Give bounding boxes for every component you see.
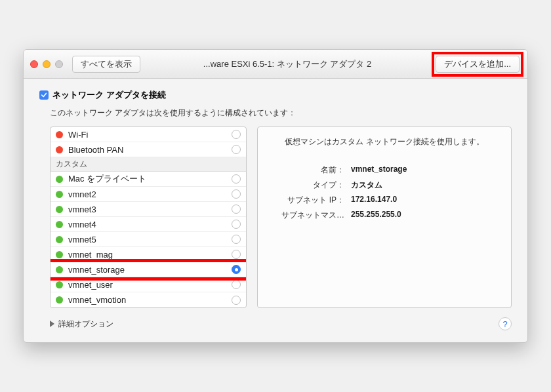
list-item-label: Wi-Fi — [68, 130, 226, 140]
network-list: Wi-Fi Bluetooth PAN カスタム Mac をプライベート vmn… — [50, 127, 247, 308]
show-all-button[interactable]: すべてを表示 — [72, 56, 140, 73]
radio-button[interactable] — [232, 280, 241, 289]
radio-button[interactable] — [232, 189, 241, 199]
status-dot-icon — [56, 251, 63, 258]
status-dot-icon — [56, 146, 63, 153]
radio-button[interactable] — [232, 174, 241, 184]
status-dot-icon — [56, 266, 63, 273]
info-value: カスタム — [351, 180, 382, 191]
titlebar: すべてを表示 ...ware ESXi 6.5-1: ネットワーク アダプタ 2… — [24, 50, 527, 79]
highlight-add-device: デバイスを追加... — [432, 52, 523, 77]
radio-button[interactable] — [232, 220, 241, 229]
info-row: タイプ： カスタム — [268, 180, 500, 191]
zoom-icon — [55, 60, 63, 68]
settings-window: すべてを表示 ...ware ESXi 6.5-1: ネットワーク アダプタ 2… — [23, 49, 528, 343]
status-dot-icon — [56, 131, 63, 138]
list-item-label: vmnet2 — [68, 189, 226, 199]
radio-button[interactable] — [232, 235, 241, 244]
window-title: ...ware ESXi 6.5-1: ネットワーク アダプタ 2 — [146, 58, 429, 70]
radio-button[interactable] — [232, 250, 241, 259]
list-item-label: vmnet4 — [68, 220, 226, 229]
help-button[interactable]: ? — [499, 317, 512, 330]
list-item-label: vmnet_user — [68, 280, 226, 290]
info-panel: 仮想マシンはカスタム ネットワーク接続を使用します。 名前： vmnet_sto… — [257, 127, 512, 308]
advanced-options-toggle[interactable]: 詳細オプション — [50, 319, 113, 330]
info-key: サブネット IP： — [268, 195, 344, 206]
info-row: サブネット IP： 172.16.147.0 — [268, 195, 500, 206]
info-value: 255.255.255.0 — [351, 210, 401, 221]
status-dot-icon — [56, 176, 63, 183]
list-item-label: vmnet_vmotion — [68, 295, 226, 305]
list-item[interactable]: Bluetooth PAN — [51, 142, 246, 157]
connect-adapter-label: ネットワーク アダプタを接続 — [52, 89, 166, 101]
list-item-label: vmnet3 — [68, 205, 226, 214]
info-value: vmnet_storage — [351, 165, 407, 176]
info-row: 名前： vmnet_storage — [268, 165, 500, 176]
status-dot-icon — [56, 236, 63, 243]
advanced-options-label: 詳細オプション — [58, 319, 113, 330]
content: ネットワーク アダプタを接続 このネットワーク アダプタは次を使用するように構成… — [24, 79, 527, 342]
radio-button[interactable] — [232, 296, 241, 305]
list-item-selected[interactable]: vmnet_storage — [51, 262, 246, 277]
status-dot-icon — [56, 191, 63, 198]
triangle-right-icon — [50, 321, 54, 327]
status-dot-icon — [56, 296, 63, 304]
info-key: タイプ： — [268, 180, 344, 191]
list-item[interactable]: vmnet5 — [51, 232, 246, 247]
status-dot-icon — [56, 221, 63, 228]
list-item[interactable]: vmnet_vmotion — [51, 292, 246, 307]
info-row: サブネットマス… 255.255.255.0 — [268, 210, 500, 221]
adapter-description: このネットワーク アダプタは次を使用するように構成されています： — [50, 108, 512, 119]
list-item-label: vmnet_storage — [68, 265, 226, 275]
list-item[interactable]: vmnet_user — [51, 277, 246, 292]
group-header-custom: カスタム — [51, 157, 246, 172]
info-key: 名前： — [268, 165, 344, 176]
status-dot-icon — [56, 281, 63, 288]
info-value: 172.16.147.0 — [351, 195, 397, 206]
connect-adapter-row[interactable]: ネットワーク アダプタを接続 — [39, 89, 512, 101]
list-item-label: vmnet5 — [68, 235, 226, 245]
list-item[interactable]: vmnet4 — [51, 217, 246, 232]
info-key: サブネットマス… — [268, 210, 344, 221]
list-item-label: Mac をプライベート — [68, 173, 226, 185]
minimize-icon[interactable] — [43, 60, 51, 68]
status-dot-icon — [56, 206, 63, 213]
add-device-button[interactable]: デバイスを追加... — [436, 56, 520, 73]
radio-button[interactable] — [232, 205, 241, 214]
radio-button[interactable] — [232, 265, 241, 274]
radio-button[interactable] — [232, 145, 241, 154]
bottom-row: 詳細オプション ? — [50, 317, 512, 330]
list-item-label: vmnet_mag — [68, 250, 226, 260]
connect-adapter-checkbox[interactable] — [39, 90, 49, 100]
window-controls — [30, 60, 63, 68]
list-item[interactable]: vmnet2 — [51, 187, 246, 202]
info-description: 仮想マシンはカスタム ネットワーク接続を使用します。 — [268, 136, 500, 147]
close-icon[interactable] — [30, 60, 38, 68]
list-item[interactable]: vmnet_mag — [51, 247, 246, 262]
list-item-label: Bluetooth PAN — [68, 145, 226, 155]
radio-button[interactable] — [232, 130, 241, 139]
list-item[interactable]: Wi-Fi — [51, 127, 246, 142]
list-item[interactable]: vmnet3 — [51, 202, 246, 217]
list-item[interactable]: Mac をプライベート — [51, 172, 246, 187]
